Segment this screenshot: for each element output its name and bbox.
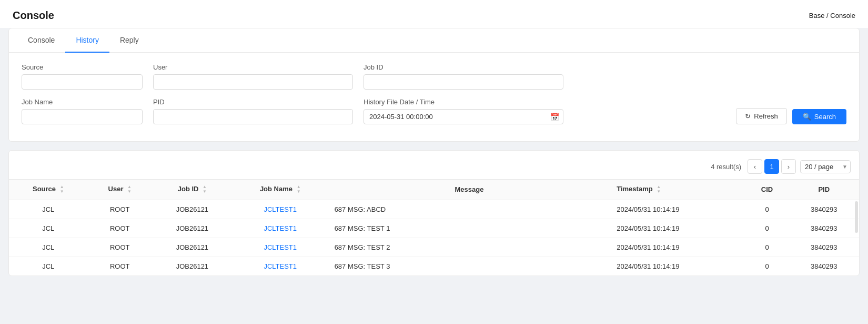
cell-message: 687 MSG: ABCD bbox=[328, 200, 611, 219]
refresh-button[interactable]: ↻ Refresh bbox=[736, 108, 787, 124]
tab-history[interactable]: History bbox=[65, 28, 109, 53]
refresh-label: Refresh bbox=[754, 112, 778, 120]
filter-group-pid: PID bbox=[153, 98, 353, 124]
cell-user: ROOT bbox=[88, 238, 152, 257]
cell-source: JCL bbox=[9, 257, 88, 276]
jobname-input[interactable] bbox=[22, 109, 143, 124]
user-label: User bbox=[153, 63, 353, 71]
sort-icons-user: ▲▼ bbox=[127, 185, 132, 194]
table-row: JCL ROOT JOB26121 JCLTEST1 687 MSG: TEST… bbox=[9, 219, 859, 238]
refresh-icon: ↻ bbox=[745, 112, 751, 120]
filter-row-1: Source User Job ID bbox=[22, 63, 846, 90]
cell-cid: 0 bbox=[745, 200, 789, 219]
filter-section: Source User Job ID Job Name PID bbox=[9, 53, 859, 141]
pid-label: PID bbox=[153, 98, 353, 106]
page-1-button[interactable]: 1 bbox=[764, 159, 779, 174]
cell-timestamp: 2024/05/31 10:14:19 bbox=[610, 200, 745, 219]
cell-user: ROOT bbox=[88, 200, 152, 219]
col-header-timestamp[interactable]: Timestamp ▲▼ bbox=[610, 180, 745, 200]
filter-group-user: User bbox=[153, 63, 353, 90]
col-header-pid[interactable]: PID bbox=[789, 180, 859, 200]
historydate-input[interactable] bbox=[364, 109, 563, 124]
cell-source: JCL bbox=[9, 238, 88, 257]
page-size-wrapper: 10 / page 20 / page 50 / page 100 / page… bbox=[800, 160, 851, 173]
tab-bar: Console History Reply bbox=[9, 28, 859, 53]
page-next-button[interactable]: › bbox=[781, 159, 796, 174]
cell-jobid: JOB26121 bbox=[152, 238, 233, 257]
col-header-jobid[interactable]: Job ID ▲▼ bbox=[152, 180, 233, 200]
cell-jobname[interactable]: JCLTEST1 bbox=[233, 219, 328, 238]
jobname-label: Job Name bbox=[22, 98, 143, 106]
filter-group-historydate: History File Date / Time 📅 bbox=[364, 98, 563, 124]
cell-source: JCL bbox=[9, 219, 88, 238]
table-wrapper: Source ▲▼ User ▲▼ Job ID ▲▼ Job Name ▲▼ bbox=[9, 179, 859, 276]
cell-cid: 0 bbox=[745, 238, 789, 257]
table-row: JCL ROOT JOB26121 JCLTEST1 687 MSG: TEST… bbox=[9, 238, 859, 257]
breadcrumb-current: Console bbox=[830, 12, 855, 19]
tab-console[interactable]: Console bbox=[17, 28, 65, 53]
page-prev-button[interactable]: ‹ bbox=[748, 159, 762, 174]
source-input[interactable] bbox=[22, 74, 143, 90]
pid-input[interactable] bbox=[153, 109, 353, 124]
cell-jobid: JOB26121 bbox=[152, 200, 233, 219]
results-table: Source ▲▼ User ▲▼ Job ID ▲▼ Job Name ▲▼ bbox=[9, 179, 859, 276]
cell-message: 687 MSG: TEST 2 bbox=[328, 238, 611, 257]
cell-pid: 3840293 bbox=[789, 238, 859, 257]
sort-icons-source: ▲▼ bbox=[60, 185, 64, 194]
col-header-jobname[interactable]: Job Name ▲▼ bbox=[233, 180, 328, 200]
tab-reply[interactable]: Reply bbox=[109, 28, 149, 53]
user-input[interactable] bbox=[153, 74, 353, 90]
main-card: Console History Reply Source User Job ID… bbox=[8, 28, 860, 142]
search-icon: 🔍 bbox=[803, 113, 811, 121]
search-button[interactable]: 🔍 Search bbox=[792, 109, 846, 124]
cell-pid: 3840293 bbox=[789, 200, 859, 219]
action-buttons: ↻ Refresh 🔍 Search bbox=[736, 108, 846, 124]
search-label: Search bbox=[814, 113, 836, 121]
table-header: Source ▲▼ User ▲▼ Job ID ▲▼ Job Name ▲▼ bbox=[9, 180, 859, 200]
cell-jobname[interactable]: JCLTEST1 bbox=[233, 257, 328, 276]
filter-group-source: Source bbox=[22, 63, 143, 90]
cell-timestamp: 2024/05/31 10:14:19 bbox=[610, 238, 745, 257]
cell-jobname[interactable]: JCLTEST1 bbox=[233, 238, 328, 257]
filter-row-2: Job Name PID History File Date / Time 📅 … bbox=[22, 98, 846, 124]
cell-message: 687 MSG: TEST 1 bbox=[328, 219, 611, 238]
pagination: ‹ 1 › bbox=[748, 159, 796, 174]
sort-icons-jobname: ▲▼ bbox=[297, 185, 301, 194]
source-label: Source bbox=[22, 63, 143, 71]
jobid-input[interactable] bbox=[364, 74, 563, 90]
cell-pid: 3840293 bbox=[789, 219, 859, 238]
col-header-user[interactable]: User ▲▼ bbox=[88, 180, 152, 200]
sort-icons-jobid: ▲▼ bbox=[203, 185, 207, 194]
cell-timestamp: 2024/05/31 10:14:19 bbox=[610, 257, 745, 276]
col-header-message[interactable]: Message bbox=[328, 180, 611, 200]
cell-cid: 0 bbox=[745, 219, 789, 238]
cell-message: 687 MSG: TEST 3 bbox=[328, 257, 611, 276]
col-header-source[interactable]: Source ▲▼ bbox=[9, 180, 88, 200]
cell-user: ROOT bbox=[88, 219, 152, 238]
results-section: 4 result(s) ‹ 1 › 10 / page 20 / page 50… bbox=[8, 150, 860, 276]
jobid-label: Job ID bbox=[364, 63, 563, 71]
cell-user: ROOT bbox=[88, 257, 152, 276]
filter-group-jobid: Job ID bbox=[364, 63, 563, 90]
page-size-select[interactable]: 10 / page 20 / page 50 / page 100 / page bbox=[800, 160, 851, 173]
page-header: Console Base / Console bbox=[0, 0, 868, 28]
col-header-cid[interactable]: CID bbox=[745, 180, 789, 200]
cell-timestamp: 2024/05/31 10:14:19 bbox=[610, 219, 745, 238]
table-body: JCL ROOT JOB26121 JCLTEST1 687 MSG: ABCD… bbox=[9, 200, 859, 276]
cell-source: JCL bbox=[9, 200, 88, 219]
sort-icons-timestamp: ▲▼ bbox=[657, 185, 661, 194]
cell-cid: 0 bbox=[745, 257, 789, 276]
date-input-wrapper: 📅 bbox=[364, 109, 563, 124]
table-row: JCL ROOT JOB26121 JCLTEST1 687 MSG: ABCD… bbox=[9, 200, 859, 219]
breadcrumb-base: Base bbox=[809, 12, 825, 19]
page-title: Console bbox=[13, 9, 54, 22]
cell-jobid: JOB26121 bbox=[152, 257, 233, 276]
cell-jobid: JOB26121 bbox=[152, 219, 233, 238]
historydate-label: History File Date / Time bbox=[364, 98, 563, 106]
breadcrumb: Base / Console bbox=[809, 12, 855, 19]
scrollbar-vertical[interactable] bbox=[855, 201, 858, 233]
results-count: 4 result(s) bbox=[711, 163, 741, 171]
cell-pid: 3840293 bbox=[789, 257, 859, 276]
cell-jobname[interactable]: JCLTEST1 bbox=[233, 200, 328, 219]
results-meta: 4 result(s) ‹ 1 › 10 / page 20 / page 50… bbox=[9, 157, 859, 179]
